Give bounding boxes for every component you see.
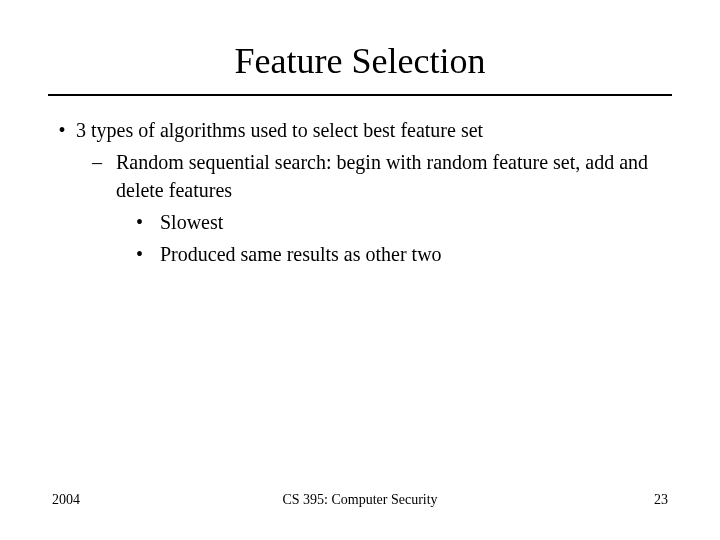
bullet-level-2: – Random sequential search: begin with r… [92,148,672,204]
footer-year: 2004 [52,492,257,508]
bullet-level-3: • Produced same results as other two [136,240,672,268]
bullet-marker: • [48,116,76,144]
bullet-text: 3 types of algorithms used to select bes… [76,116,483,144]
title-underline [48,94,672,96]
bullet-text: Slowest [160,208,223,236]
slide-footer: 2004 CS 395: Computer Security 23 [48,492,672,516]
slide: Feature Selection • 3 types of algorithm… [0,0,720,540]
footer-page-number: 23 [463,492,668,508]
bullet-text: Produced same results as other two [160,240,442,268]
bullet-level-1: • 3 types of algorithms used to select b… [48,116,672,144]
bullet-text: Random sequential search: begin with ran… [116,148,672,204]
slide-content: • 3 types of algorithms used to select b… [48,116,672,492]
slide-title: Feature Selection [48,40,672,90]
bullet-marker: • [136,240,160,268]
bullet-marker: • [136,208,160,236]
footer-course: CS 395: Computer Security [257,492,462,508]
bullet-marker: – [92,148,116,204]
bullet-level-3: • Slowest [136,208,672,236]
